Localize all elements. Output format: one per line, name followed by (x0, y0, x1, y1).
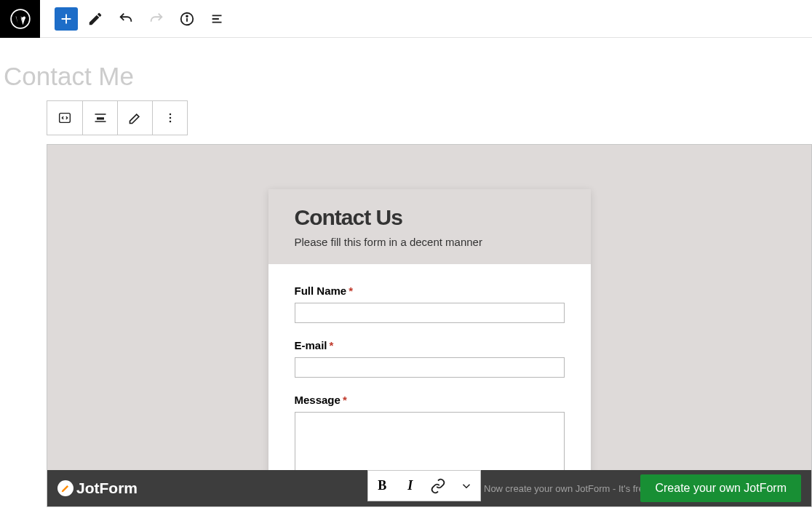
edit-mode-button[interactable] (82, 6, 108, 32)
fullname-label-text: Full Name (295, 285, 347, 297)
required-asterisk: * (343, 394, 347, 406)
top-actions-group (40, 6, 231, 32)
fullname-field: Full Name* (295, 285, 565, 323)
email-input[interactable] (295, 357, 565, 378)
page-title[interactable]: Contact Me (0, 38, 812, 92)
promo-text: Now create your own JotForm - It's free! (484, 483, 652, 494)
outline-button[interactable] (204, 6, 231, 32)
link-icon (430, 478, 446, 494)
more-format-button[interactable] (453, 471, 481, 501)
editor-top-toolbar (0, 0, 812, 38)
jotform-logo[interactable]: JotForm (57, 480, 138, 497)
form-card: Contact Us Please fill this form in a de… (268, 189, 591, 480)
create-jotform-button[interactable]: Create your own JotForm (640, 474, 801, 502)
svg-point-6 (169, 117, 171, 119)
align-icon (93, 111, 108, 125)
form-body: Full Name* E-mail* Message* (268, 264, 591, 480)
svg-point-3 (186, 15, 188, 17)
format-toolbar: B I (367, 470, 481, 501)
align-button[interactable] (82, 101, 117, 135)
required-asterisk: * (349, 285, 353, 297)
svg-point-7 (169, 121, 171, 123)
list-outline-icon (210, 11, 226, 27)
message-textarea[interactable] (295, 412, 565, 477)
plus-icon (58, 11, 74, 27)
embed-preview-area: Contact Us Please fill this form in a de… (47, 144, 812, 507)
message-label: Message* (295, 394, 565, 406)
block-toolbar (47, 100, 188, 135)
edit-html-button[interactable] (117, 101, 152, 135)
fullname-input[interactable] (295, 303, 565, 323)
undo-icon (118, 11, 134, 27)
svg-point-5 (169, 114, 171, 116)
message-label-text: Message (295, 394, 341, 406)
more-options-button[interactable] (152, 101, 187, 135)
form-heading: Contact Us (295, 205, 565, 230)
required-asterisk: * (330, 339, 334, 351)
html-block-icon (57, 110, 73, 126)
redo-icon (148, 11, 164, 27)
jotform-footer-bar: JotForm B I Now create your own JotForm … (47, 470, 811, 506)
info-button[interactable] (174, 6, 200, 32)
wordpress-icon (10, 9, 31, 29)
add-block-button[interactable] (55, 7, 78, 31)
info-icon (179, 11, 195, 27)
italic-button[interactable]: I (397, 471, 425, 501)
jotform-brand-text: JotForm (76, 480, 138, 497)
message-field: Message* (295, 394, 565, 480)
wordpress-logo[interactable] (0, 0, 40, 38)
chevron-down-icon (460, 480, 473, 493)
pencil-icon (128, 111, 143, 125)
undo-button[interactable] (113, 6, 139, 32)
email-label-text: E-mail (295, 339, 327, 351)
bold-button[interactable]: B (368, 471, 397, 501)
pencil-icon (87, 11, 103, 27)
form-header: Contact Us Please fill this form in a de… (268, 189, 591, 264)
email-label: E-mail* (295, 339, 565, 351)
fullname-label: Full Name* (295, 285, 565, 297)
link-button[interactable] (424, 471, 453, 501)
form-subheading: Please fill this form in a decent manner (295, 236, 565, 248)
more-vertical-icon (163, 111, 178, 125)
redo-button[interactable] (143, 6, 170, 32)
svg-rect-4 (60, 114, 71, 123)
email-field: E-mail* (295, 339, 565, 378)
svg-point-0 (11, 9, 30, 28)
jotform-pen-icon (57, 480, 73, 496)
block-type-button[interactable] (47, 101, 82, 135)
